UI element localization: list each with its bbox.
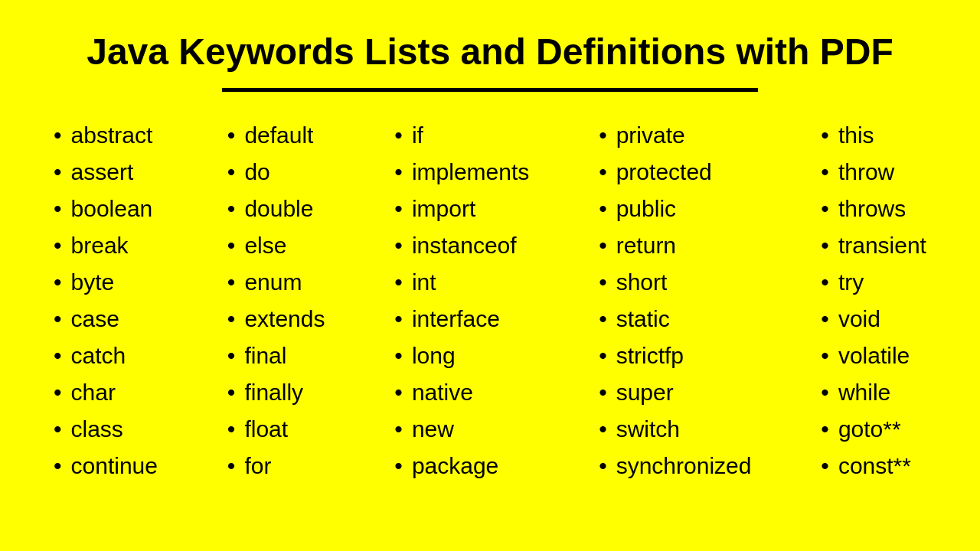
list-item: while	[821, 380, 926, 406]
list-item: float	[227, 416, 325, 442]
list-item: short	[599, 269, 751, 295]
list-item: catch	[54, 343, 158, 369]
list-item: import	[394, 196, 529, 222]
list-item: interface	[394, 306, 529, 332]
list-item: continue	[54, 453, 158, 479]
list-item: volatile	[821, 343, 926, 369]
keyword-column-5: thisthrowthrowstransienttryvoidvolatilew…	[821, 122, 926, 490]
list-item: goto**	[821, 416, 926, 442]
list-item: extends	[227, 306, 325, 332]
list-item: native	[394, 380, 529, 406]
list-item: transient	[821, 233, 926, 259]
page-title: Java Keywords Lists and Definitions with…	[38, 31, 942, 73]
title-divider	[222, 88, 758, 92]
list-item: final	[227, 343, 325, 369]
list-item: public	[599, 196, 751, 222]
list-item: try	[821, 269, 926, 295]
list-item: private	[599, 122, 751, 148]
list-item: else	[227, 233, 325, 259]
list-item: this	[821, 122, 926, 148]
keyword-column-4: privateprotectedpublicreturnshortstatics…	[599, 122, 751, 490]
list-item: throw	[821, 159, 926, 185]
list-item: static	[599, 306, 751, 332]
list-item: boolean	[54, 196, 158, 222]
list-item: if	[394, 122, 529, 148]
list-item: break	[54, 233, 158, 259]
list-item: char	[54, 380, 158, 406]
list-item: package	[394, 453, 529, 479]
list-item: finally	[227, 380, 325, 406]
list-item: new	[394, 416, 529, 442]
list-item: return	[599, 233, 751, 259]
list-item: super	[599, 380, 751, 406]
list-item: default	[227, 122, 325, 148]
list-item: assert	[54, 159, 158, 185]
list-item: instanceof	[394, 233, 529, 259]
list-item: for	[227, 453, 325, 479]
list-item: throws	[821, 196, 926, 222]
list-item: void	[821, 306, 926, 332]
list-item: const**	[821, 453, 926, 479]
list-item: enum	[227, 269, 325, 295]
list-item: case	[54, 306, 158, 332]
list-item: abstract	[54, 122, 158, 148]
keyword-column-1: abstractassertbooleanbreakbytecasecatchc…	[54, 122, 158, 490]
list-item: long	[394, 343, 529, 369]
list-item: do	[227, 159, 325, 185]
list-item: double	[227, 196, 325, 222]
list-item: int	[394, 269, 529, 295]
keyword-column-3: ifimplementsimportinstanceofintinterface…	[394, 122, 529, 490]
list-item: implements	[394, 159, 529, 185]
keyword-column-2: defaultdodoubleelseenumextendsfinalfinal…	[227, 122, 325, 490]
list-item: synchronized	[599, 453, 751, 479]
keywords-container: abstractassertbooleanbreakbytecasecatchc…	[38, 122, 942, 490]
list-item: strictfp	[599, 343, 751, 369]
list-item: protected	[599, 159, 751, 185]
list-item: byte	[54, 269, 158, 295]
list-item: class	[54, 416, 158, 442]
list-item: switch	[599, 416, 751, 442]
